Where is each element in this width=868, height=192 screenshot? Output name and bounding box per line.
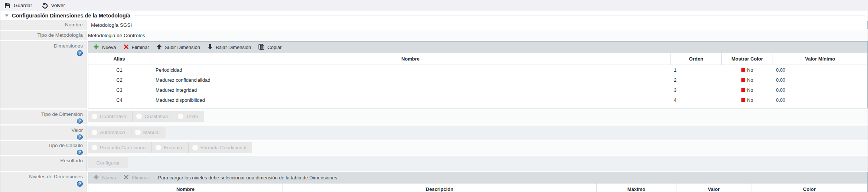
radio-circle-icon (136, 114, 142, 119)
dimensiones-table: Alias Nombre Orden Mostrar Color Valor M… (88, 53, 868, 108)
dimensiones-label-cell: Dimensiones ? (0, 41, 87, 108)
tipo-metodologia-row: Tipo de Metodología Metodologia de Contr… (0, 31, 868, 40)
tipo-dimension-label: Tipo de Dimensión (41, 111, 83, 117)
tipo-dimension-label-cell: Tipo de Dimensión ? (0, 110, 87, 124)
col-header-color: Color (751, 183, 867, 192)
table-row[interactable]: C4 Madurez disponibilidad 4 No 0.00 (88, 95, 867, 105)
arrow-down-icon (208, 44, 213, 51)
top-toolbar: Guardar Volver (0, 0, 868, 11)
section-header: Configuración Dimensiones de la Metodolo… (0, 11, 868, 20)
legend-line (134, 16, 865, 16)
radio-circle-icon (192, 145, 198, 150)
dimensiones-help-icon[interactable]: ? (77, 50, 83, 56)
dimension-down-button[interactable]: Bajar Dimensión (208, 44, 251, 51)
undo-arrow-icon (42, 3, 48, 9)
tipo-calculo-label: Tipo de Cálculo (48, 142, 83, 149)
collapse-triangle-icon[interactable] (5, 14, 9, 17)
save-button[interactable]: Guardar (4, 3, 32, 9)
section-title: Configuración Dimensiones de la Metodolo… (12, 13, 130, 19)
table-row[interactable]: C1 Periodicidad 1 No 0.00 (88, 65, 867, 75)
config-panel: Configuración Dimensiones de la Metodolo… (0, 11, 868, 192)
col-header-alias: Alias (88, 53, 150, 65)
radio-circle-icon (92, 145, 97, 150)
valor-label-cell: Valor ? (0, 126, 87, 140)
valor-help-icon[interactable]: ? (77, 134, 83, 140)
niveles-table-header: Nombre Descripción Máximo Valor Color (88, 183, 867, 192)
arrow-up-icon (157, 44, 162, 51)
col-header-nombre: Nombre (150, 53, 671, 65)
dimensiones-toolbar: Nueva Eliminar (88, 41, 868, 53)
tipo-dimension-row: Tipo de Dimensión ? Cuantitativa Cualita… (0, 110, 868, 124)
table-row[interactable]: C3 Madurez integridad 3 No 0.00 (88, 85, 867, 95)
dimensiones-new-button[interactable]: Nueva (93, 44, 116, 51)
color-indicator (741, 88, 745, 92)
tipo-calculo-row: Tipo de Cálculo ? Producto Cartesiano Fó… (0, 141, 868, 155)
col-header-orden: Orden (671, 53, 722, 65)
plus-icon (93, 174, 99, 181)
copy-icon (258, 44, 264, 51)
tipo-metodologia-value: Metodologia de Controles (88, 33, 145, 38)
nombre-input[interactable] (88, 21, 868, 29)
configurar-button[interactable]: Configurar (88, 157, 128, 168)
red-x-icon (124, 44, 129, 51)
col-header-maximo: Máximo (597, 183, 676, 192)
niveles-help-icon[interactable]: ? (77, 181, 83, 187)
dimensiones-copy-button[interactable]: Copiar (258, 44, 281, 51)
radio-option-formula-condicional[interactable]: Fórmula Condicional (189, 142, 252, 153)
valor-label: Valor (71, 127, 83, 133)
dimensiones-label: Dimensiones (54, 43, 83, 49)
radio-option-manual[interactable]: Manual (131, 127, 166, 138)
gray-x-icon (124, 175, 129, 181)
tipo-calculo-radio-group: Producto Cartesiano Fórmula Fórmula Cond… (88, 142, 252, 153)
dimensiones-table-header: Alias Nombre Orden Mostrar Color Valor M… (88, 53, 867, 65)
tipo-metodologia-label: Tipo de Metodología (37, 32, 83, 38)
niveles-hint-message: Para cargar los niveles debe seleccionar… (158, 175, 337, 180)
niveles-label: Niveles de Dimensiones (29, 173, 83, 180)
niveles-table: Nombre Descripción Máximo Valor Color (88, 183, 868, 192)
nombre-label: Nombre (65, 22, 83, 28)
nombre-row: Nombre (0, 20, 868, 30)
niveles-label-cell: Niveles de Dimensiones ? (0, 172, 87, 192)
col-header-valor: Valor (676, 183, 751, 192)
plus-icon (93, 44, 99, 51)
col-header-mostrar-color: Mostrar Color (722, 53, 773, 65)
back-button[interactable]: Volver (42, 3, 65, 9)
valor-radio-group: Automático Manual (88, 127, 166, 138)
save-icon (4, 3, 10, 9)
back-button-label: Volver (51, 3, 65, 8)
dimensiones-row: Dimensiones ? Nueva (0, 41, 868, 108)
radio-option-cuantitativa[interactable]: Cuantitativa (88, 111, 133, 122)
niveles-row: Niveles de Dimensiones ? Nueva (0, 172, 868, 192)
tipo-dimension-radio-group: Cuantitativa Cualitativa Texto (88, 111, 204, 122)
nombre-label-cell: Nombre (0, 20, 87, 30)
valor-row: Valor ? Automático Manual (0, 126, 868, 140)
tipo-calculo-help-icon[interactable]: ? (77, 150, 83, 155)
col-header-descripcion: Descripción (283, 183, 597, 192)
col-header-valor-minimo: Valor Mínimo (773, 53, 867, 65)
dimension-up-button[interactable]: Subir Dimensión (157, 44, 200, 51)
color-indicator (741, 98, 745, 102)
save-button-label: Guardar (14, 3, 32, 8)
color-indicator (741, 78, 745, 82)
tipo-dimension-help-icon[interactable]: ? (77, 118, 83, 124)
resultado-row: Resultado Configurar (0, 156, 868, 171)
radio-circle-icon (178, 114, 183, 119)
niveles-new-button[interactable]: Nueva (93, 174, 116, 181)
table-row[interactable]: C2 Madurez confidencialidad 2 No 0.00 (88, 75, 867, 85)
radio-option-formula[interactable]: Fórmula (152, 142, 189, 153)
radio-option-automatico[interactable]: Automático (88, 127, 131, 138)
color-indicator (741, 68, 745, 72)
radio-circle-icon (92, 130, 97, 135)
resultado-label-cell: Resultado (0, 156, 87, 171)
dimensiones-delete-button[interactable]: Eliminar (124, 44, 149, 51)
radio-circle-icon (135, 130, 141, 135)
radio-option-producto-cartesiano[interactable]: Producto Cartesiano (88, 142, 152, 153)
niveles-delete-button[interactable]: Eliminar (124, 175, 149, 181)
radio-circle-icon (156, 145, 161, 150)
col-header-nombre: Nombre (88, 183, 283, 192)
radio-circle-icon (92, 114, 97, 119)
niveles-toolbar: Nueva Eliminar Para cargar los niveles d… (88, 172, 868, 183)
radio-option-texto[interactable]: Texto (174, 111, 204, 122)
tipo-calculo-label-cell: Tipo de Cálculo ? (0, 141, 87, 155)
radio-option-cualitativa[interactable]: Cualitativa (133, 111, 174, 122)
